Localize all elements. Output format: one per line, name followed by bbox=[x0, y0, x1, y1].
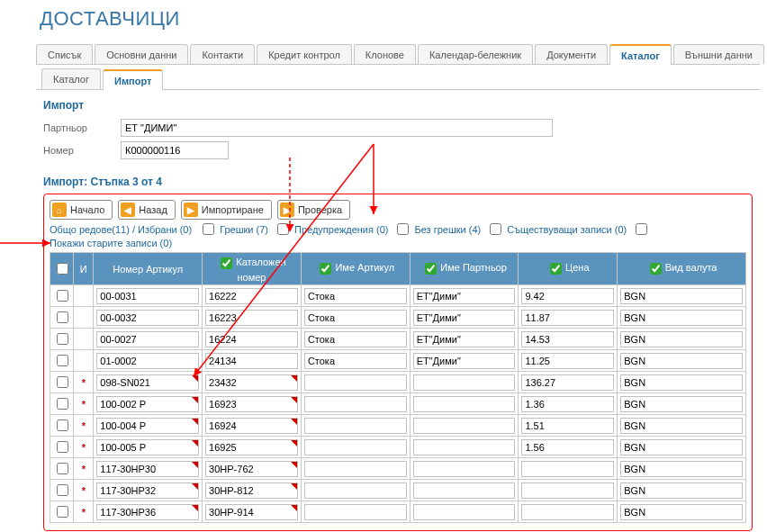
cell-input[interactable] bbox=[413, 310, 516, 326]
cell-input[interactable] bbox=[96, 374, 199, 391]
cell-input[interactable] bbox=[96, 439, 199, 455]
cell-input[interactable] bbox=[304, 288, 407, 304]
cell-input[interactable] bbox=[205, 418, 298, 434]
row-select-checkbox[interactable] bbox=[57, 376, 68, 388]
cell-input[interactable] bbox=[205, 439, 298, 455]
cell-input[interactable] bbox=[521, 310, 614, 326]
col-catalog-no-checkbox[interactable] bbox=[221, 257, 232, 269]
cell-input[interactable] bbox=[413, 331, 516, 347]
cell-input[interactable] bbox=[205, 396, 298, 412]
cell-input[interactable] bbox=[304, 331, 407, 347]
import-button[interactable]: ▶ Импортиране bbox=[181, 200, 272, 220]
col-price-checkbox[interactable] bbox=[550, 263, 562, 275]
row-select-checkbox[interactable] bbox=[57, 290, 68, 302]
row-select-checkbox[interactable] bbox=[57, 355, 68, 366]
cell-input[interactable] bbox=[620, 288, 743, 304]
number-input[interactable] bbox=[121, 141, 229, 159]
filter-noerrors-checkbox[interactable] bbox=[397, 223, 409, 235]
cell-input[interactable] bbox=[304, 439, 407, 455]
cell-input[interactable] bbox=[96, 396, 199, 412]
cell-input[interactable] bbox=[96, 418, 199, 434]
cell-input[interactable] bbox=[620, 439, 743, 455]
cell-input[interactable] bbox=[205, 461, 298, 477]
col-price[interactable]: Цена bbox=[519, 253, 618, 285]
cell-input[interactable] bbox=[96, 310, 199, 326]
cell-input[interactable] bbox=[620, 396, 743, 412]
select-all-checkbox[interactable] bbox=[57, 263, 68, 275]
col-partner-name[interactable]: Име Партньор bbox=[410, 253, 519, 285]
check-button[interactable]: ▶ Проверка bbox=[277, 200, 350, 220]
cell-input[interactable] bbox=[413, 504, 516, 520]
tab-външни-данни[interactable]: Външни данни bbox=[673, 44, 764, 64]
cell-input[interactable] bbox=[413, 439, 516, 455]
subtab-импорт[interactable]: Импорт bbox=[103, 69, 163, 90]
cell-input[interactable] bbox=[521, 482, 614, 499]
subtab-каталог[interactable]: Каталог bbox=[41, 68, 101, 89]
cell-input[interactable] bbox=[205, 504, 298, 520]
cell-input[interactable] bbox=[304, 504, 407, 520]
cell-input[interactable] bbox=[413, 353, 516, 369]
cell-input[interactable] bbox=[620, 461, 743, 477]
filter-existing-checkbox[interactable] bbox=[490, 223, 501, 235]
cell-input[interactable] bbox=[304, 353, 407, 369]
cell-input[interactable] bbox=[521, 396, 614, 412]
col-partner-name-checkbox[interactable] bbox=[425, 263, 437, 275]
row-select-checkbox[interactable] bbox=[57, 441, 68, 453]
tab-документи[interactable]: Документи bbox=[535, 44, 608, 64]
cell-input[interactable] bbox=[205, 353, 298, 369]
cell-input[interactable] bbox=[521, 288, 614, 304]
cell-input[interactable] bbox=[521, 353, 614, 369]
col-currency[interactable]: Вид валута bbox=[618, 253, 746, 285]
filter-errors-checkbox[interactable] bbox=[203, 223, 214, 235]
row-select-checkbox[interactable] bbox=[57, 484, 68, 496]
cell-input[interactable] bbox=[413, 418, 516, 434]
cell-input[interactable] bbox=[205, 310, 298, 326]
cell-input[interactable] bbox=[304, 310, 407, 326]
cell-input[interactable] bbox=[620, 418, 743, 434]
cell-input[interactable] bbox=[304, 418, 407, 434]
cell-input[interactable] bbox=[304, 482, 407, 499]
cell-input[interactable] bbox=[620, 353, 743, 369]
tab-основни-данни[interactable]: Основни данни bbox=[95, 44, 188, 64]
cell-input[interactable] bbox=[96, 482, 199, 499]
cell-input[interactable] bbox=[96, 331, 199, 347]
tab-клонове[interactable]: Клонове bbox=[354, 44, 416, 64]
cell-input[interactable] bbox=[205, 288, 298, 304]
cell-input[interactable] bbox=[205, 374, 298, 391]
cell-input[interactable] bbox=[521, 504, 614, 520]
partner-input[interactable] bbox=[121, 119, 553, 137]
col-catalog-no[interactable]: Каталожен номер bbox=[203, 253, 302, 285]
cell-input[interactable] bbox=[620, 310, 743, 326]
cell-input[interactable] bbox=[205, 482, 298, 499]
cell-input[interactable] bbox=[413, 461, 516, 477]
cell-input[interactable] bbox=[413, 396, 516, 412]
cell-input[interactable] bbox=[96, 288, 199, 304]
tab-контакти[interactable]: Контакти bbox=[190, 44, 255, 64]
row-select-checkbox[interactable] bbox=[57, 419, 68, 431]
cell-input[interactable] bbox=[304, 461, 407, 477]
cell-input[interactable] bbox=[304, 374, 407, 391]
cell-input[interactable] bbox=[304, 396, 407, 412]
row-select-checkbox[interactable] bbox=[57, 333, 68, 345]
tab-кредит-контрол[interactable]: Кредит контрол bbox=[257, 44, 352, 64]
row-select-checkbox[interactable] bbox=[57, 463, 68, 474]
cell-input[interactable] bbox=[521, 374, 614, 391]
filter-warnings-checkbox[interactable] bbox=[277, 223, 289, 235]
cell-input[interactable] bbox=[413, 482, 516, 499]
row-select-checkbox[interactable] bbox=[57, 506, 68, 518]
cell-input[interactable] bbox=[620, 331, 743, 347]
cell-input[interactable] bbox=[521, 331, 614, 347]
tab-каталог[interactable]: Каталог bbox=[609, 44, 672, 65]
cell-input[interactable] bbox=[620, 482, 743, 499]
cell-input[interactable] bbox=[413, 288, 516, 304]
cell-input[interactable] bbox=[521, 418, 614, 434]
cell-input[interactable] bbox=[620, 374, 743, 391]
cell-input[interactable] bbox=[620, 504, 743, 520]
cell-input[interactable] bbox=[521, 461, 614, 477]
filter-showold-checkbox[interactable] bbox=[636, 223, 647, 235]
row-select-checkbox[interactable] bbox=[57, 398, 68, 410]
col-currency-checkbox[interactable] bbox=[650, 263, 662, 275]
row-select-checkbox[interactable] bbox=[57, 311, 68, 323]
col-article-name[interactable]: Име Артикул bbox=[301, 253, 410, 285]
col-article-name-checkbox[interactable] bbox=[320, 263, 331, 275]
